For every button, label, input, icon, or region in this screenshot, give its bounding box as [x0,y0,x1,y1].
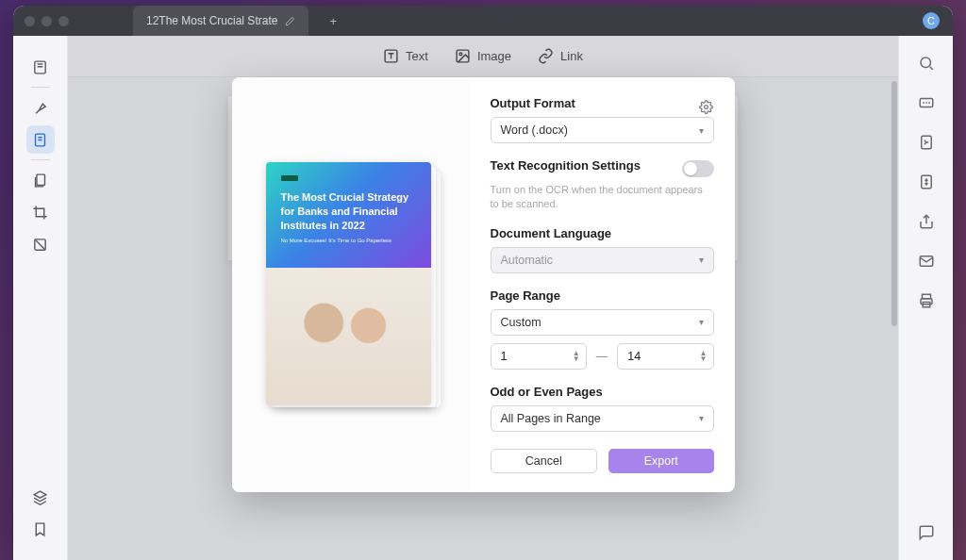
page-range-label: Page Range [491,288,714,303]
highlight-tool[interactable] [26,93,55,122]
odd-even-select[interactable]: All Pages in Range ▾ [491,405,714,432]
page-range-mode-select[interactable]: Custom ▾ [491,309,714,336]
divider [31,159,50,160]
output-format-value: Word (.docx) [501,124,568,137]
language-value: Automatic [501,254,554,267]
ocr-hint: Turn on the OCR when the document appear… [491,183,714,211]
print-icon[interactable] [916,290,937,311]
bookmark-tool[interactable] [26,515,55,543]
preview-cover-subtitle: No More Excuses! It's Time to Go Paperle… [281,238,416,243]
modal-backdrop: The Most Crucial Strategy for Banks and … [68,36,898,560]
export-form: Output Format Word (.docx) ▾ [470,77,735,492]
language-label: Document Language [491,226,714,240]
new-tab-button[interactable]: + [329,14,337,28]
chevron-down-icon: ▾ [699,413,704,423]
convert-icon[interactable] [916,132,937,153]
odd-even-value: All Pages in Range [501,412,601,425]
export-dialog: The Most Crucial Strategy for Banks and … [232,77,735,492]
page-range-mode-value: Custom [501,316,541,329]
export-button[interactable]: Export [608,449,714,473]
comment-icon[interactable] [916,522,937,543]
preview-logo [281,175,298,181]
left-sidebar [13,36,68,560]
maximize-window-icon[interactable] [58,16,69,26]
avatar-letter: C [927,15,935,26]
layers-tool[interactable] [26,483,55,511]
close-window-icon[interactable] [25,16,35,26]
window-controls [25,16,69,26]
ocr-icon[interactable] [916,92,937,113]
thumbnails-tool[interactable] [26,53,55,81]
export-preview-pane: The Most Crucial Strategy for Banks and … [232,77,470,492]
preview-cover-title: The Most Crucial Strategy for Banks and … [281,190,416,233]
export-label: Export [644,454,678,468]
ocr-toggle[interactable] [682,160,714,177]
svg-point-8 [921,58,931,68]
app-window: 12The Most Crucial Strate + C [13,6,953,560]
output-format-select[interactable]: Word (.docx) ▾ [491,117,714,143]
tab-title: 12The Most Crucial Strate [146,14,277,27]
cancel-button[interactable]: Cancel [491,449,598,473]
chevron-down-icon: ▾ [699,255,704,265]
language-select: Automatic ▾ [491,247,714,273]
odd-even-label: Odd or Even Pages [491,385,714,399]
page-range-to-field[interactable]: 14 ▲▼ [617,343,713,370]
chevron-down-icon: ▾ [699,317,704,327]
preview-stack: The Most Crucial Strategy for Banks and … [266,162,436,407]
chevron-down-icon: ▾ [699,125,704,136]
range-dash: — [596,350,608,363]
divider [31,87,50,88]
main-area: Text Image Link ly, it will support achi… [68,36,898,560]
mail-icon[interactable] [916,251,937,272]
stepper-from[interactable]: ▲▼ [573,351,580,362]
search-icon[interactable] [916,53,937,74]
right-sidebar [898,36,953,560]
document-tab[interactable]: 12The Most Crucial Strate [133,6,308,36]
preview-cover: The Most Crucial Strategy for Banks and … [266,162,431,268]
stepper-to[interactable]: ▲▼ [700,351,708,362]
edit-tool[interactable] [26,125,55,154]
pencil-icon[interactable] [285,16,295,26]
preview-cover-photo [266,268,431,405]
gear-icon[interactable] [699,99,714,114]
preview-page-front: The Most Crucial Strategy for Banks and … [266,162,431,405]
output-format-label: Output Format [491,96,575,110]
compress-icon[interactable] [916,172,937,192]
page-range-from-field[interactable]: 1 ▲▼ [491,343,587,370]
share-icon[interactable] [916,211,937,232]
page-range-from-value: 1 [501,350,508,363]
crop-tool[interactable] [26,198,55,226]
app-body: Text Image Link ly, it will support achi… [13,36,953,560]
redact-tool[interactable] [26,230,55,258]
svg-point-7 [705,105,708,108]
cancel-label: Cancel [525,454,562,468]
pages-tool[interactable] [26,166,55,194]
svg-rect-11 [921,175,931,189]
minimize-window-icon[interactable] [42,16,52,26]
avatar[interactable]: C [923,12,940,29]
titlebar: 12The Most Crucial Strate + C [13,6,953,36]
page-range-to-value: 14 [627,350,641,363]
svg-rect-2 [37,174,45,185]
ocr-label: Text Recognition Settings [491,158,641,173]
